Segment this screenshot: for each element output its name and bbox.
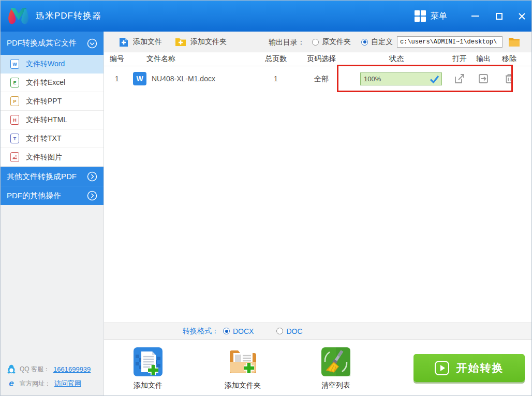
- output-path-input[interactable]: [397, 36, 503, 48]
- sidebar-item-image[interactable]: 文件转图片: [1, 148, 104, 167]
- qq-service-label: QQ 客服：: [20, 365, 50, 374]
- official-site-link[interactable]: 访问官网: [54, 379, 81, 388]
- add-folder-action[interactable]: 添加文件夹: [218, 347, 268, 390]
- word-file-icon: W: [10, 59, 19, 69]
- add-file-button[interactable]: 添加文件: [119, 32, 162, 52]
- ie-browser-icon: e: [7, 378, 16, 389]
- table-row: 1 W NU408-XL-M1.docx 1 全部 100%: [104, 66, 532, 91]
- col-filename: 文件名称: [130, 52, 192, 66]
- total-pages-value: 1: [255, 66, 297, 91]
- chevron-right-circle-icon: [87, 171, 97, 182]
- col-remove: 移除: [496, 52, 522, 66]
- sidebar-item-word[interactable]: W 文件转Word: [1, 55, 104, 74]
- sidebar-item-label: 文件转Excel: [26, 78, 65, 87]
- toolbar: 添加文件 添加文件夹 输出目录： 原文件夹 自定义: [104, 32, 532, 52]
- menu-button[interactable]: 菜单: [415, 1, 447, 32]
- category-label: PDF转换成其它文件: [7, 38, 77, 48]
- menu-label: 菜单: [431, 11, 447, 22]
- radio-icon[interactable]: [223, 328, 230, 334]
- sidebar-item-label: 文件转PPT: [26, 97, 62, 106]
- sidebar-category-pdf-to-other[interactable]: PDF转换成其它文件: [1, 32, 104, 55]
- radio-custom-label: 自定义: [371, 37, 393, 47]
- app-logo-icon: [5, 5, 33, 27]
- app-window: 迅米PDF转换器 菜单 PDF转换成其它文件 W 文件转Word: [0, 0, 532, 396]
- add-folder-button[interactable]: 添加文件夹: [175, 32, 227, 52]
- sidebar-item-ppt[interactable]: P 文件转PPT: [1, 92, 104, 111]
- doc-label: DOC: [286, 327, 302, 335]
- official-site-label: 官方网址：: [20, 379, 51, 388]
- qq-number-link[interactable]: 1661699939: [53, 365, 91, 373]
- chevron-right-circle-icon: [87, 190, 97, 201]
- maximize-icon: [496, 13, 503, 20]
- open-file-icon[interactable]: [453, 72, 466, 85]
- docx-label: DOCX: [233, 327, 254, 335]
- browse-folder-icon[interactable]: [508, 36, 520, 47]
- col-number: 编号: [104, 52, 130, 66]
- sidebar-category-pdf-ops[interactable]: PDF的其他操作: [1, 186, 104, 205]
- chevron-down-circle-icon: [87, 38, 97, 49]
- minimize-icon: [471, 16, 479, 17]
- play-icon: [435, 361, 449, 375]
- clear-list-action[interactable]: 清空列表: [311, 347, 361, 390]
- html-file-icon: H: [10, 115, 19, 125]
- row-number: 1: [104, 66, 130, 91]
- clear-list-action-label: 清空列表: [311, 381, 361, 390]
- col-page-select: 页码选择: [295, 52, 347, 66]
- table-header: 编号 文件名称 总页数 页码选择 状态 打开 输出 移除: [104, 52, 532, 66]
- close-button[interactable]: [512, 1, 531, 32]
- menu-grid-icon: [415, 10, 426, 22]
- start-convert-label: 开始转换: [456, 361, 504, 375]
- radio-icon[interactable]: [276, 328, 283, 334]
- add-folder-label: 添加文件夹: [190, 37, 227, 47]
- col-status: 状态: [371, 52, 422, 66]
- delete-file-icon[interactable]: [503, 72, 515, 85]
- sidebar-item-label: 文件转图片: [26, 153, 62, 162]
- radio-icon[interactable]: [312, 39, 319, 46]
- col-output: 输出: [470, 52, 496, 66]
- start-convert-button[interactable]: 开始转换: [413, 354, 525, 382]
- file-name: NU408-XL-M1.docx: [152, 66, 265, 91]
- page-range-value[interactable]: 全部: [295, 66, 347, 91]
- category-label: 其他文件转换成PDF: [7, 172, 77, 182]
- progress-value: 100%: [361, 75, 430, 83]
- add-file-action[interactable]: 添加文件: [123, 347, 173, 390]
- add-folder-big-icon: [228, 347, 257, 376]
- sidebar-items: W 文件转Word E 文件转Excel P 文件转PPT H 文件转HTML …: [1, 55, 104, 167]
- radio-docx[interactable]: DOCX: [223, 327, 254, 335]
- output-dir-label: 输出目录：: [269, 32, 305, 52]
- category-label: PDF的其他操作: [7, 191, 61, 201]
- radio-source-folder[interactable]: 原文件夹: [312, 32, 351, 52]
- title-bar: 迅米PDF转换器 菜单: [1, 1, 532, 32]
- radio-icon[interactable]: [361, 39, 368, 46]
- clear-list-big-icon: [321, 347, 350, 376]
- minimize-button[interactable]: [465, 1, 485, 32]
- main-panel: 添加文件 添加文件夹 输出目录： 原文件夹 自定义: [104, 32, 532, 396]
- close-icon: [518, 12, 526, 20]
- format-label: 转换格式：: [183, 327, 219, 336]
- sidebar: PDF转换成其它文件 W 文件转Word E 文件转Excel P 文件转PPT…: [1, 32, 104, 396]
- sidebar-footer: QQ 客服： 1661699939 e 官方网址： 访问官网: [7, 362, 91, 391]
- sidebar-category-other-to-pdf[interactable]: 其他文件转换成PDF: [1, 167, 104, 186]
- qq-icon: [7, 364, 16, 374]
- radio-source-label: 原文件夹: [322, 37, 351, 47]
- word-doc-icon: W: [133, 72, 146, 85]
- txt-file-icon: T: [10, 134, 19, 143]
- add-file-action-label: 添加文件: [123, 381, 173, 390]
- maximize-button[interactable]: [489, 1, 509, 32]
- add-folder-action-label: 添加文件夹: [218, 381, 268, 390]
- sidebar-item-excel[interactable]: E 文件转Excel: [1, 74, 104, 92]
- progress-bar: 100%: [360, 72, 442, 85]
- app-title: 迅米PDF转换器: [36, 1, 101, 32]
- radio-custom-folder[interactable]: 自定义: [361, 32, 393, 52]
- add-file-label: 添加文件: [133, 37, 162, 47]
- image-file-icon: [10, 152, 19, 162]
- add-file-big-icon: [134, 347, 162, 376]
- add-file-icon: [119, 37, 129, 48]
- excel-file-icon: E: [10, 78, 19, 87]
- sidebar-item-label: 文件转HTML: [26, 115, 67, 125]
- radio-doc[interactable]: DOC: [276, 327, 302, 335]
- open-output-icon[interactable]: [477, 72, 490, 85]
- sidebar-item-html[interactable]: H 文件转HTML: [1, 111, 104, 129]
- sidebar-item-label: 文件转Word: [26, 60, 65, 69]
- sidebar-item-txt[interactable]: T 文件转TXT: [1, 129, 104, 148]
